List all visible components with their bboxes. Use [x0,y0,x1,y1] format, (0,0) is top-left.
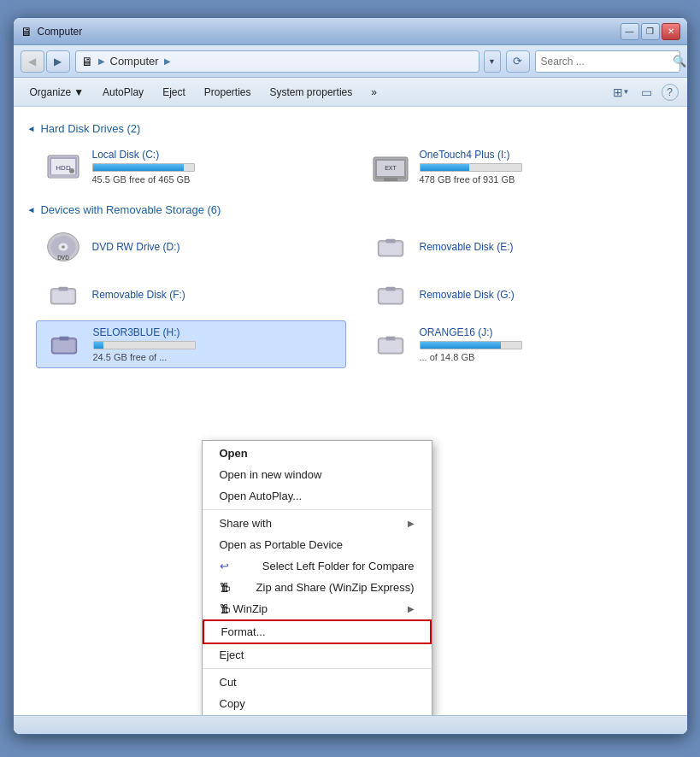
drive-item-c[interactable]: HDD Local Disk (C:) 45.5 GB free of 465 … [36,144,346,190]
drive-item-d[interactable]: DVD DVD RW Drive (D:) [36,225,346,269]
svg-rect-4 [50,174,77,178]
address-dropdown-button[interactable]: ▼ [484,50,501,73]
removable-arrow-icon: ◄ [27,205,36,214]
drive-name-g: Removable Disk (G:) [420,289,667,301]
drive-bar-container-c [92,163,195,172]
preview-pane-button[interactable]: ▭ [636,81,658,103]
removable-section-title: Devices with Removable Storage (6) [40,203,221,216]
nav-bar: ◀ ▶ 🖥 ▶ Computer ▶ ▼ ⟳ 🔍 [14,45,687,78]
drive-item-j[interactable]: ORANGE16 (J:) ... of 14.8 GB [363,320,674,368]
help-button[interactable]: ? [662,84,679,101]
drive-name-i: OneTouch4 Plus (I:) [420,149,667,161]
drive-bar-i [421,164,470,171]
drive-info-i: OneTouch4 Plus (I:) 478 GB free of 931 G… [420,149,667,185]
explorer-window: 🖥 Computer — ❐ ✕ ◀ ▶ 🖥 ▶ Computer ▶ ▼ ⟳ … [13,17,688,735]
hard-disk-grid: HDD Local Disk (C:) 45.5 GB free of 465 … [27,144,674,190]
properties-button[interactable]: Properties [197,81,259,103]
ctx-share-with-label: Share with [220,517,272,530]
svg-rect-24 [385,287,395,291]
drive-icon-i: EXT [370,150,411,184]
title-bar-left: 🖥 Computer [21,25,83,38]
drive-name-c: Local Disk (C:) [92,149,339,161]
ctx-eject[interactable]: Eject [203,644,432,666]
ctx-share-with[interactable]: Share with ▶ [203,513,432,534]
ctx-winzip-icon: 🗜 [220,603,230,615]
drive-icon-g [370,278,411,312]
ctx-winzip-label: WinZip [233,602,408,615]
drive-bar-j [421,342,501,349]
drive-bar-container-h [93,341,196,349]
drive-size-j: ... of 14.8 GB [420,352,667,362]
removable-grid: DVD DVD RW Drive (D:) Removable [27,225,674,368]
drive-icon-d: DVD [43,230,84,264]
ctx-open-portable[interactable]: Open as Portable Device [203,534,432,555]
back-forward-nav: ◀ ▶ [21,50,70,73]
address-chevron2-icon: ▶ [164,56,171,66]
drive-bar-h [94,342,104,349]
back-button[interactable]: ◀ [21,50,44,73]
ctx-open-autoplay[interactable]: Open AutoPlay... [203,485,432,507]
drive-icon-j [370,327,411,361]
drive-name-f: Removable Disk (F:) [92,289,339,301]
address-bar[interactable]: 🖥 ▶ Computer ▶ [75,50,479,73]
drive-item-f[interactable]: Removable Disk (F:) [36,273,346,317]
drive-icon-f [43,278,84,312]
view-chevron-icon: ▼ [623,88,630,96]
ctx-sep-2 [203,668,432,669]
drive-item-e[interactable]: Removable Disk (E:) [363,225,674,269]
svg-rect-9 [384,178,397,181]
ctx-open[interactable]: Open [203,443,432,464]
address-path: Computer [110,55,159,67]
refresh-button[interactable]: ⟳ [506,50,530,73]
ctx-zip-share[interactable]: 🗜 Zip and Share (WinZip Express) [203,577,432,598]
more-button[interactable]: » [363,81,385,103]
ctx-copy[interactable]: Copy [203,693,432,714]
drive-info-j: ORANGE16 (J:) ... of 14.8 GB [420,326,667,362]
ctx-open-new-window[interactable]: Open in new window [203,464,432,485]
status-bar [14,715,687,734]
drive-info-g: Removable Disk (G:) [420,289,667,301]
drive-item-g[interactable]: Removable Disk (G:) [363,273,674,317]
organize-chevron-icon: ▼ [74,86,84,98]
svg-rect-21 [58,287,68,291]
organize-button[interactable]: Organize ▼ [22,81,92,103]
maximize-button[interactable]: ❐ [641,23,660,40]
ctx-share-with-arrow-icon: ▶ [408,519,415,528]
svg-text:DVD: DVD [57,255,69,261]
svg-text:HDD: HDD [56,164,71,172]
svg-rect-20 [52,290,74,303]
view-icon: ⊞ [613,85,623,99]
drive-info-f: Removable Disk (F:) [92,289,339,301]
minimize-button[interactable]: — [621,23,639,40]
title-bar: 🖥 Computer — ❐ ✕ [14,18,687,45]
svg-rect-29 [379,340,402,353]
svg-rect-18 [385,239,395,244]
drive-info-h: SELOR3BLUE (H:) 24.5 GB free of ... [93,326,338,362]
drive-info-c: Local Disk (C:) 45.5 GB free of 465 GB [92,149,339,185]
hard-disk-arrow-icon: ◄ [27,124,36,133]
close-button[interactable]: ✕ [662,23,680,40]
title-controls: — ❐ ✕ [621,23,680,40]
address-computer-icon: 🖥 [81,55,93,68]
drive-item-h[interactable]: SELOR3BLUE (H:) 24.5 GB free of ... [36,320,346,368]
svg-rect-23 [379,290,402,303]
svg-rect-30 [385,337,395,341]
search-input[interactable] [541,56,669,67]
ctx-cut[interactable]: Cut [203,672,432,693]
drive-item-i[interactable]: EXT OneTouch4 Plus (I:) 478 GB free of 9… [363,144,674,190]
svg-point-14 [62,245,65,249]
search-icon[interactable]: 🔍 [673,55,686,67]
ctx-select-left[interactable]: ↩ Select Left Folder for Compare [203,555,432,577]
drive-bar-container-i [420,163,522,172]
ctx-winzip[interactable]: 🗜 WinZip ▶ [203,598,432,619]
autoplay-button[interactable]: AutoPlay [95,81,151,103]
change-view-button[interactable]: ⊞▼ [610,81,632,103]
system-properties-button[interactable]: System properties [262,81,361,103]
ctx-format[interactable]: Format... [203,619,432,644]
window-icon: 🖥 [21,25,32,38]
window-title: Computer [38,26,83,38]
forward-button[interactable]: ▶ [46,50,70,73]
eject-button[interactable]: Eject [155,81,193,103]
drive-icon-e [370,230,411,264]
organize-label: Organize [30,86,72,98]
